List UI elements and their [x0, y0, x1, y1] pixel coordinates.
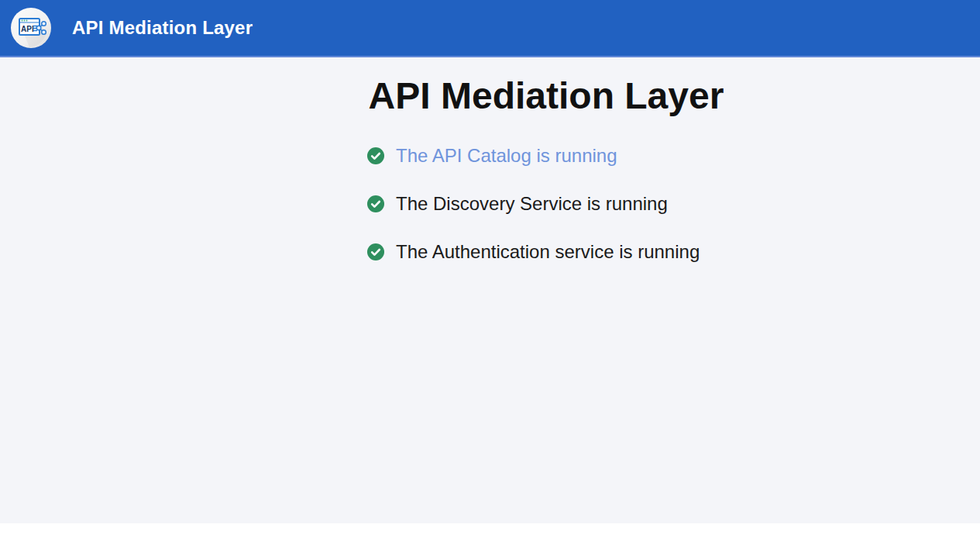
main-content: API Mediation Layer The API Catalog is r… — [0, 57, 980, 523]
status-list: The API Catalog is running The Discovery… — [356, 147, 736, 261]
page-title: API Mediation Layer — [356, 78, 736, 115]
footer-strip — [0, 523, 980, 552]
check-circle-icon — [367, 243, 384, 260]
api-mediation-layer-logo-icon: API — [11, 8, 51, 48]
status-row-api-catalog: The API Catalog is running — [367, 147, 736, 165]
check-circle-icon — [367, 147, 384, 164]
header-title: API Mediation Layer — [72, 17, 253, 39]
discovery-service-status-text: The Discovery Service is running — [396, 193, 668, 215]
check-circle-icon — [367, 195, 384, 212]
authentication-service-status-text: The Authentication service is running — [396, 241, 700, 263]
svg-text:API: API — [21, 25, 34, 33]
content-block: API Mediation Layer The API Catalog is r… — [356, 57, 736, 261]
status-row-authentication-service: The Authentication service is running — [367, 243, 736, 261]
api-catalog-link[interactable]: The API Catalog is running — [396, 145, 617, 167]
app-header: API API Mediation Layer — [0, 0, 980, 57]
status-row-discovery-service: The Discovery Service is running — [367, 195, 736, 213]
